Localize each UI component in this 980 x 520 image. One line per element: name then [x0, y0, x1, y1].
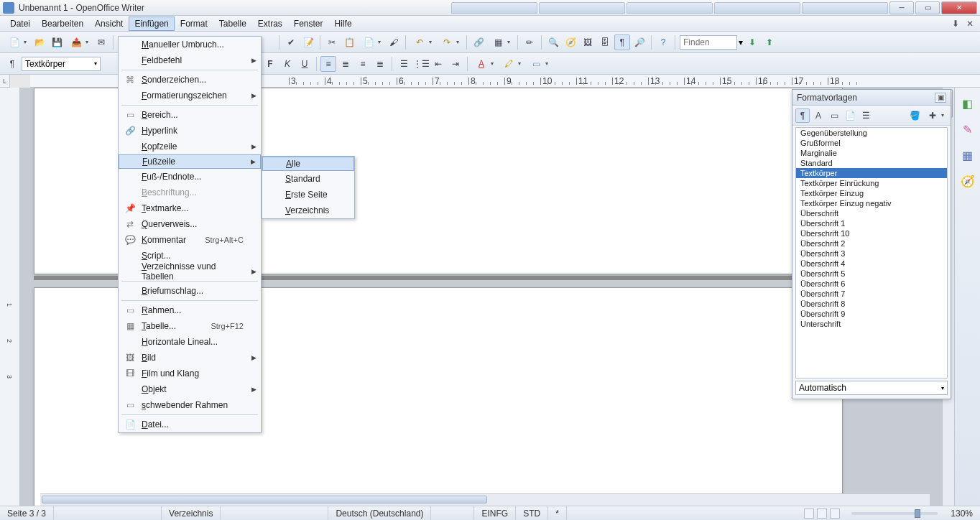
style-list-item[interactable]: Überschrift 4: [796, 259, 947, 269]
style-list-item[interactable]: Textkörper Einzug: [796, 188, 947, 198]
draw-button[interactable]: ✏: [522, 34, 537, 50]
submenu-item[interactable]: Alle: [262, 157, 354, 171]
navigator-button[interactable]: 🧭: [563, 34, 578, 50]
styles-character-icon[interactable]: A: [811, 108, 826, 123]
highlight-button[interactable]: 🖍▾: [499, 56, 524, 72]
status-insert[interactable]: EINFG: [474, 506, 516, 520]
style-list-item[interactable]: Überschrift 1: [796, 218, 947, 228]
zoom-button[interactable]: 🔎: [632, 34, 647, 50]
spellcheck-button[interactable]: ✔: [283, 34, 299, 50]
menu-item[interactable]: 🖼Bild▶: [119, 350, 261, 366]
styles-fill-icon[interactable]: 🪣: [907, 108, 922, 123]
autocheck-button[interactable]: 📝: [300, 34, 316, 50]
submenu-item[interactable]: Verzeichnis: [262, 203, 354, 218]
open-button[interactable]: 📂: [32, 34, 47, 50]
style-list-item[interactable]: Überschrift 9: [796, 309, 947, 319]
styles-frame-icon[interactable]: ▭: [827, 108, 841, 123]
menu-item[interactable]: 🔗Hyperlink: [119, 123, 261, 139]
update-icon[interactable]: ⬇: [950, 18, 961, 29]
menu-ansicht[interactable]: Ansicht: [89, 17, 129, 31]
menu-item[interactable]: ▭Rahmen...: [119, 302, 261, 318]
styles-list-icon[interactable]: ☰: [859, 108, 873, 123]
table-button[interactable]: ▦▾: [488, 34, 514, 50]
style-list-item[interactable]: Textkörper: [796, 168, 947, 178]
menu-item[interactable]: ▦Tabelle...Strg+F12: [119, 318, 261, 334]
menu-item[interactable]: Manueller Umbruch...: [119, 37, 261, 52]
menu-item[interactable]: Horizontale Lineal...: [119, 334, 261, 350]
copy-button[interactable]: 📋: [341, 34, 357, 50]
numbered-list-button[interactable]: ☰: [396, 56, 412, 72]
status-language[interactable]: Deutsch (Deutschland): [328, 506, 431, 520]
styles-window-button[interactable]: ¶: [4, 56, 20, 72]
style-list-item[interactable]: Überschrift: [796, 208, 947, 218]
menu-item[interactable]: Feldbefehl▶: [119, 52, 261, 68]
menu-item[interactable]: Beschriftung...: [119, 185, 261, 200]
menu-fenster[interactable]: Fenster: [288, 17, 329, 31]
sidebar-properties-icon[interactable]: ◧: [959, 95, 976, 112]
menu-hilfe[interactable]: Hilfe: [329, 17, 358, 31]
zoom-slider[interactable]: [851, 512, 938, 515]
gallery-button[interactable]: 🖼: [580, 34, 596, 50]
menu-item[interactable]: Formatierungszeichen▶: [119, 88, 261, 103]
nonprinting-button[interactable]: ¶: [614, 34, 630, 50]
styles-filter-combo[interactable]: Automatisch▾: [795, 381, 948, 395]
style-list-item[interactable]: Standard: [796, 158, 947, 168]
datasource-button[interactable]: 🗄: [597, 34, 613, 50]
status-view-icons[interactable]: [798, 509, 846, 519]
style-list-item[interactable]: Überschrift 8: [796, 299, 947, 309]
align-center-button[interactable]: ≣: [338, 56, 353, 72]
sidebar-styles-icon[interactable]: ✎: [959, 121, 976, 138]
paste-button[interactable]: 📄▾: [359, 34, 384, 50]
style-list-item[interactable]: Gegenüberstellung: [796, 128, 947, 138]
menu-item[interactable]: Verzeichnisse vund Tabellen▶: [119, 264, 261, 279]
underline-button[interactable]: U: [297, 56, 313, 72]
help-button[interactable]: ?: [655, 34, 671, 50]
style-list-item[interactable]: Überschrift 10: [796, 228, 947, 238]
menu-tabelle[interactable]: Tabelle: [213, 17, 252, 31]
close-doc-icon[interactable]: ✕: [964, 18, 976, 29]
find-input[interactable]: Finden: [680, 35, 737, 50]
menu-item[interactable]: Fußzeile▶: [119, 154, 261, 169]
styles-panel-close-icon[interactable]: ▣: [935, 93, 946, 103]
menu-bearbeiten[interactable]: Bearbeiten: [36, 17, 89, 31]
close-button[interactable]: ✕: [941, 1, 977, 14]
status-selection[interactable]: STD: [516, 506, 548, 520]
menu-datei[interactable]: Datei: [4, 17, 36, 31]
menu-item[interactable]: ▭schwebender Rahmen: [119, 397, 261, 413]
vertical-ruler[interactable]: 123: [0, 88, 20, 506]
sidebar-gallery-icon[interactable]: ▦: [959, 147, 976, 164]
submenu-item[interactable]: Erste Seite: [262, 187, 354, 203]
save-as-button[interactable]: 📤▾: [66, 34, 92, 50]
sidebar-navigator-icon[interactable]: 🧭: [959, 172, 976, 190]
menu-item[interactable]: Fuß-/Endnote...: [119, 169, 261, 185]
style-list-item[interactable]: Überschrift 2: [796, 238, 947, 249]
style-list-item[interactable]: Grußformel: [796, 138, 947, 148]
submenu-item[interactable]: Standard: [262, 171, 354, 187]
save-button[interactable]: 💾: [49, 34, 65, 50]
menu-extras[interactable]: Extras: [252, 17, 288, 31]
style-list-item[interactable]: Unterschrift: [796, 319, 947, 329]
menu-item[interactable]: ⇄Querverweis...: [119, 216, 261, 232]
align-left-button[interactable]: ≡: [320, 56, 336, 72]
find-prev-button[interactable]: ⬇: [744, 34, 760, 50]
menu-item[interactable]: 📄Datei...: [119, 417, 261, 432]
indent-dec-button[interactable]: ⇤: [430, 56, 446, 72]
menu-item[interactable]: 📌Textmarke...: [119, 200, 261, 216]
menu-item[interactable]: ⌘Sonderzeichen...: [119, 72, 261, 88]
hyperlink-button[interactable]: 🔗: [471, 34, 486, 50]
minimize-button[interactable]: ─: [889, 1, 914, 14]
bullet-list-button[interactable]: ⋮☰: [413, 56, 429, 72]
status-page[interactable]: Seite 3 / 3: [0, 506, 54, 520]
indent-inc-button[interactable]: ⇥: [448, 56, 463, 72]
undo-button[interactable]: ↶▾: [410, 34, 435, 50]
align-right-button[interactable]: ≡: [355, 56, 371, 72]
format-paint-button[interactable]: 🖌: [386, 34, 402, 50]
menu-item[interactable]: ▭Bereich...: [119, 107, 261, 123]
menu-item[interactable]: Briefumschlag...: [119, 283, 261, 299]
style-list-item[interactable]: Textkörper Einrückung: [796, 178, 947, 188]
font-color-button[interactable]: A▾: [471, 56, 497, 72]
maximize-button[interactable]: ▭: [915, 1, 940, 14]
italic-button[interactable]: K: [279, 56, 295, 72]
bgcolor-button[interactable]: ▭▾: [526, 56, 552, 72]
paragraph-style-combo[interactable]: Textkörper▾: [22, 57, 101, 71]
